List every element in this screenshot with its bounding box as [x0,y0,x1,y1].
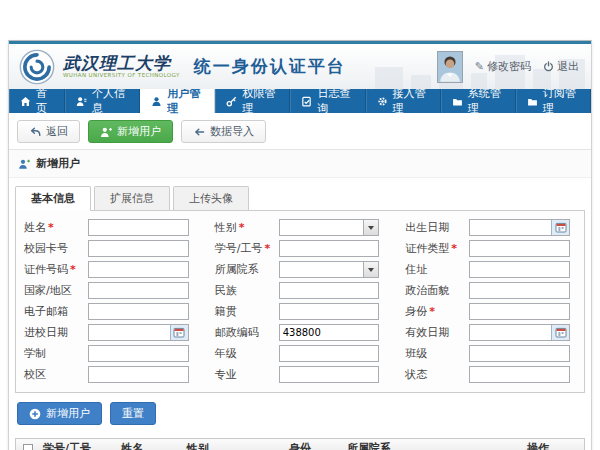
entry-date-input[interactable] [89,325,170,340]
chevron-down-icon[interactable] [363,262,378,277]
app-header: 武汉理工大学 WUHAN UNIVERSITY OF TECHNOLOGY 统一… [9,44,591,89]
ethnicity-label: 民族 [215,283,279,298]
form-field-class: 班级 [405,345,570,362]
required-mark: * [70,263,76,276]
user-avatar[interactable] [437,51,463,83]
campus-input[interactable] [89,367,188,382]
form-actions: 新增用户 重置 [9,393,591,429]
person-info-icon [76,96,87,107]
postal-code-label: 邮政编码 [215,325,279,340]
birth-date-input[interactable] [470,220,551,235]
section-title: 新增用户 [36,156,80,171]
entry-date-label: 进校日期 [24,325,88,340]
identity-input[interactable] [470,304,569,319]
reset-button[interactable]: 重置 [110,402,156,425]
form-field-name: 姓名* [24,219,189,236]
submit-add-user-button[interactable]: 新增用户 [17,402,102,425]
key-icon [226,96,237,107]
name-label: 姓名* [24,220,88,235]
name-input[interactable] [89,220,188,235]
form-field-major: 专业 [215,366,380,383]
department-select[interactable] [280,262,364,277]
folder-icon [452,96,463,107]
education-length-input[interactable] [89,346,188,361]
add-user-toolbar-button[interactable]: 新增用户 [88,120,173,143]
nav-item-log-query[interactable]: 日志查询 [290,89,365,113]
data-import-button[interactable]: 数据导入 [181,120,266,143]
political-status-label: 政治面貌 [405,283,469,298]
calendar-icon[interactable] [170,325,188,340]
select-all-cell [16,444,40,450]
tab-upload-avatar[interactable]: 上传头像 [173,186,249,210]
nav-item-subscription-management[interactable]: 订阅管理 [516,89,591,113]
gender-label: 性别* [215,220,279,235]
tab-extended-info[interactable]: 扩展信息 [94,186,170,210]
calendar-icon[interactable] [551,220,569,235]
change-password-label: 修改密码 [487,59,531,74]
checklist-icon [301,96,312,107]
data-import-label: 数据导入 [210,124,254,139]
form-field-campus: 校区 [24,366,189,383]
header-user-area: ✎ 修改密码 退出 [437,51,579,83]
form-field-identity: 身份* [405,303,570,320]
tab-basic-info[interactable]: 基本信息 [15,186,91,211]
form-field-native-place: 籍贯 [215,303,380,320]
nav-label: 系统管理 [468,86,504,116]
form-field-id-number: 证件号码* [24,261,189,278]
major-label: 专业 [215,367,279,382]
col-student-id: 学号/工号 [40,441,118,450]
form-field-address: 住址 [405,261,570,278]
screenshot-stage: 武汉理工大学 WUHAN UNIVERSITY OF TECHNOLOGY 统一… [0,0,600,450]
ethnicity-input[interactable] [280,283,379,298]
email-input[interactable] [89,304,188,319]
select-all-checkbox[interactable] [23,444,33,450]
status-input[interactable] [470,367,569,382]
native-place-label: 籍贯 [215,304,279,319]
grade-input[interactable] [280,346,379,361]
nav-item-user-management[interactable]: 用户管理 [140,89,215,113]
address-label: 住址 [405,262,469,277]
folder-icon [527,96,538,107]
id-type-input[interactable] [470,241,569,256]
form-field-id-type: 证件类型* [405,240,570,257]
form-field-campus-card: 校园卡号 [24,240,189,257]
gender-select[interactable] [280,220,364,235]
class-input[interactable] [470,346,569,361]
calendar-icon[interactable] [551,325,569,340]
postal-code-input[interactable] [280,325,379,340]
valid-date-input[interactable] [470,325,551,340]
university-logo-icon [19,49,55,85]
grade-label: 年级 [215,346,279,361]
form-field-gender: 性别* [215,219,380,236]
back-label: 返回 [46,124,68,139]
native-place-input[interactable] [280,304,379,319]
address-input[interactable] [470,262,569,277]
major-input[interactable] [280,367,379,382]
country-region-input[interactable] [89,283,188,298]
form-field-political-status: 政治面貌 [405,282,570,299]
campus-label: 校区 [24,367,88,382]
nav-item-home[interactable]: 首页 [9,89,65,113]
university-name-cn: 武汉理工大学 [63,55,180,72]
valid-date-label: 有效日期 [405,325,469,340]
nav-item-access-management[interactable]: 接入管理 [366,89,441,113]
nav-item-permission-management[interactable]: 权限管理 [215,89,290,113]
logout-link[interactable]: 退出 [543,59,579,74]
university-name-en: WUHAN UNIVERSITY OF TECHNOLOGY [63,72,180,78]
required-mark: * [264,242,270,255]
change-password-link[interactable]: ✎ 修改密码 [475,59,531,74]
campus-card-input[interactable] [89,241,188,256]
form-field-status: 状态 [405,366,570,383]
political-status-input[interactable] [470,283,569,298]
form-field-country-region: 国家/地区 [24,282,189,299]
back-button[interactable]: 返回 [17,120,80,143]
nav-item-system-management[interactable]: 系统管理 [441,89,516,113]
col-operation: 操作 [524,441,584,450]
home-icon [20,96,31,107]
student-id-input[interactable] [280,241,379,256]
country-region-label: 国家/地区 [24,283,88,298]
id-number-input[interactable] [89,262,188,277]
nav-item-personal-info[interactable]: 个人信息 [65,89,140,113]
chevron-down-icon[interactable] [363,220,378,235]
id-number-label: 证件号码* [24,262,88,277]
